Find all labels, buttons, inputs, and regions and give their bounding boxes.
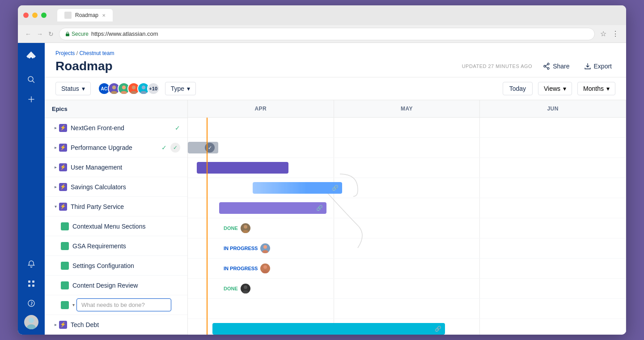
epic-row-user-management[interactable]: ⚡ User Management	[45, 157, 187, 177]
svg-point-13	[122, 85, 126, 89]
bar-user-mgmt[interactable]	[197, 162, 288, 174]
svg-point-23	[263, 265, 267, 269]
gantt-row-7: IN PROGRESS	[188, 238, 626, 259]
month-apr: APR	[188, 100, 334, 117]
epic-name: Tech Debt	[71, 321, 180, 328]
svg-point-25	[244, 285, 247, 289]
input-placeholder: What needs to be done?	[81, 302, 145, 308]
chevron-down-icon-type: ▾	[187, 85, 190, 92]
svg-point-0	[28, 76, 33, 81]
done-badge: ✓	[170, 143, 180, 153]
reload-button[interactable]: ↻	[48, 30, 54, 38]
chevron-icon[interactable]	[52, 321, 59, 328]
epic-row-gsa[interactable]: GSA Requirements	[45, 236, 187, 256]
epic-icon: ⚡	[59, 163, 67, 171]
export-button[interactable]: Export	[580, 61, 615, 72]
svg-rect-4	[32, 285, 34, 287]
breadcrumb-team[interactable]: Chestnut team	[79, 50, 114, 56]
check-icon: ✓	[161, 144, 167, 151]
page-title: Roadmap	[55, 59, 113, 73]
chevron-icon[interactable]	[52, 164, 59, 171]
sidebar-item-apps[interactable]	[23, 276, 39, 292]
done-label-2: DONE	[224, 286, 238, 291]
epic-icon: ⚡	[59, 321, 67, 329]
svg-point-21	[263, 245, 267, 249]
traffic-light-red[interactable]	[23, 13, 29, 18]
epic-icon-input	[61, 301, 69, 309]
browser-tab[interactable]: Roadmap ✕	[57, 9, 113, 21]
epic-row-nextgen-frontend[interactable]: ⚡ NextGen Front-end ✓	[45, 118, 187, 138]
sidebar-logo[interactable]	[23, 48, 39, 64]
epic-name: User Management	[71, 164, 180, 171]
traffic-light-green[interactable]	[41, 13, 47, 18]
svg-point-11	[112, 85, 116, 89]
bar-performance[interactable]: ✓	[188, 142, 218, 153]
avatar-more[interactable]: +10	[147, 82, 160, 95]
svg-point-18	[140, 91, 147, 95]
gantt-cell-apr	[188, 118, 334, 137]
assignee-avatar-2	[260, 243, 270, 253]
traffic-light-yellow[interactable]	[32, 13, 38, 18]
svg-point-6	[29, 318, 34, 323]
epic-row-contextual-menu[interactable]: Contextual Menu Sections	[45, 217, 187, 236]
back-button[interactable]: ←	[25, 30, 31, 38]
epic-name: NextGen Front-end	[71, 124, 171, 132]
bar-tech-debt[interactable]: 🔗	[212, 323, 445, 335]
epic-icon: ⚡	[59, 203, 67, 211]
forward-button[interactable]: →	[37, 30, 43, 38]
bookmark-icon[interactable]: ☆	[600, 30, 606, 38]
gantt-cell-may	[334, 118, 480, 137]
chevron-icon[interactable]	[52, 203, 59, 210]
epic-icon-child	[61, 281, 69, 289]
browser-extra-icons: ☆ ⋮	[600, 30, 619, 38]
chevron-icon[interactable]	[52, 124, 59, 132]
menu-icon[interactable]: ⋮	[612, 30, 619, 38]
epic-row-performance-upgrade[interactable]: ⚡ Performance Upgrade ✓ ✓	[45, 138, 187, 157]
svg-point-8	[547, 63, 549, 65]
svg-point-7	[27, 324, 36, 329]
epic-icon-child	[61, 222, 69, 230]
bar-savings[interactable]: 🔗	[253, 182, 342, 194]
assignee-avatar	[241, 223, 250, 233]
type-filter-button[interactable]: Type ▾	[165, 82, 196, 95]
sidebar-item-search[interactable]	[23, 72, 39, 88]
chevron-icon[interactable]	[52, 144, 59, 151]
epics-panel: Epics ⚡ NextGen Front-end ✓ ⚡ Performanc…	[45, 100, 188, 335]
epic-name: Third Party Service	[71, 203, 180, 210]
user-avatar[interactable]	[24, 315, 38, 329]
link-icon-3: 🔗	[435, 326, 441, 332]
month-jun: JUN	[480, 100, 626, 117]
views-button[interactable]: Views ▾	[538, 82, 572, 95]
input-row[interactable]: ▾ What needs to be done?	[45, 295, 187, 315]
sidebar-item-help[interactable]	[23, 295, 39, 311]
svg-point-20	[242, 230, 249, 233]
epic-row-content-design[interactable]: Content Design Review	[45, 276, 187, 295]
epic-row-settings[interactable]: Settings Configuration	[45, 256, 187, 276]
bar-third-party[interactable]: 🔗	[219, 202, 326, 214]
link-icon: 🔗	[332, 185, 339, 191]
tab-close-icon[interactable]: ✕	[102, 13, 106, 18]
epic-icon: ⚡	[59, 124, 67, 132]
sidebar-item-create[interactable]	[23, 91, 39, 107]
status-filter-button[interactable]: Status ▾	[55, 82, 91, 95]
gantt-cell-jun	[480, 118, 626, 137]
epic-row-savings-calculators[interactable]: ⚡ Savings Calculators	[45, 177, 187, 197]
breadcrumb-projects[interactable]: Projects	[55, 50, 75, 56]
epic-icon-child	[61, 262, 69, 270]
gantt-row-6: DONE	[188, 218, 626, 238]
svg-point-14	[120, 91, 127, 95]
today-button[interactable]: Today	[503, 82, 533, 95]
months-button[interactable]: Months ▾	[577, 82, 615, 95]
svg-point-15	[131, 85, 136, 89]
epic-row-third-party[interactable]: ⚡ Third Party Service	[45, 197, 187, 217]
share-button[interactable]: Share	[539, 61, 573, 72]
address-bar[interactable]: Secure https://www.atlassian.com	[59, 28, 595, 40]
chevron-icon[interactable]	[52, 183, 59, 191]
todo-input-field[interactable]: What needs to be done?	[76, 298, 171, 311]
gantt-row-2: ✓	[188, 138, 626, 158]
svg-rect-2	[32, 280, 34, 283]
epic-row-tech-debt[interactable]: ⚡ Tech Debt	[45, 315, 187, 335]
sidebar-item-notifications[interactable]	[23, 256, 39, 272]
header-actions: UPDATED 27 MINUTES AGO Share Export	[462, 61, 615, 72]
avatar-group: AC +10	[98, 82, 160, 95]
